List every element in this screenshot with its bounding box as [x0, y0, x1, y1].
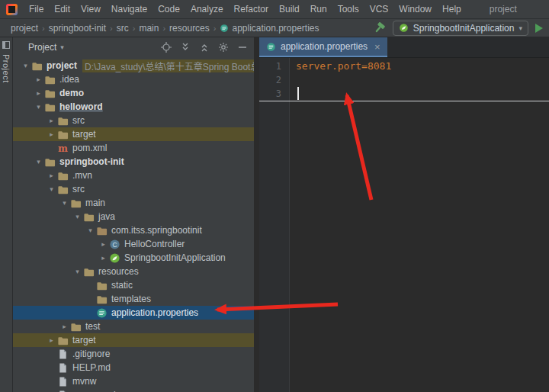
tree-item-main[interactable]: ▾main [13, 196, 254, 210]
window-title: project [490, 4, 517, 14]
menu-item-tools[interactable]: Tools [332, 0, 364, 19]
intellij-logo-icon[interactable] [6, 4, 18, 15]
menu-item-view[interactable]: View [75, 0, 106, 19]
menu-item-refactor[interactable]: Refactor [229, 0, 274, 19]
breadcrumb: project›springboot-init›src›main›resourc… [8, 23, 323, 34]
editor-area: application.properties × 123 server.port… [259, 37, 549, 392]
tree-item-springboot-init[interactable]: ▾springboot-init [13, 155, 254, 169]
menu-item-build[interactable]: Build [274, 0, 305, 19]
panel-splitter[interactable] [254, 37, 259, 392]
properties-file-icon [266, 42, 276, 52]
tree-item-target[interactable]: ▸target [13, 333, 254, 347]
project-panel-title[interactable]: Project [28, 42, 56, 53]
tree-item-label: mvnw [72, 376, 96, 387]
tree-item-label: pom.xml [72, 143, 107, 153]
tree-item-label: templates [111, 294, 151, 304]
tree-item-com-itss-springbootinit[interactable]: ▾com.itss.springbootinit [13, 223, 254, 237]
breadcrumb-separator: › [42, 24, 45, 33]
menu-item-code[interactable]: Code [152, 0, 185, 19]
chevron-expanded-icon[interactable]: ▾ [72, 213, 82, 220]
chevron-expanded-icon[interactable]: ▾ [47, 185, 56, 193]
chevron-expanded-icon[interactable]: ▾ [59, 199, 69, 207]
chevron-expanded-icon[interactable]: ▾ [21, 62, 30, 69]
spring-icon [108, 252, 120, 264]
tree-item-src[interactable]: ▾src [13, 182, 254, 196]
code-line: server.port=8081 [296, 59, 549, 73]
tree-item-target[interactable]: ▸target [13, 127, 254, 141]
tree-item-templates[interactable]: templates [13, 292, 254, 306]
chevron-collapsed-icon[interactable]: ▸ [98, 254, 108, 262]
breadcrumb-item-application-properties[interactable]: application.properties [217, 23, 322, 34]
editor-code[interactable]: server.port=8081 [290, 58, 549, 392]
locate-icon[interactable] [161, 42, 172, 53]
tree-item-label: springboot-init [59, 156, 124, 167]
menu-item-navigate[interactable]: Navigate [106, 0, 152, 19]
tab-application-properties[interactable]: application.properties × [259, 37, 387, 57]
tree-item-hellocontroller[interactable]: ▸CHelloController [13, 237, 254, 251]
tree-item-application-properties[interactable]: application.properties [13, 306, 254, 320]
collapse-all-icon[interactable] [199, 42, 210, 53]
close-tab-icon[interactable]: × [374, 42, 380, 52]
expand-all-icon[interactable] [180, 42, 191, 53]
chevron-collapsed-icon[interactable]: ▸ [47, 130, 56, 138]
breadcrumb-item-resources[interactable]: resources [166, 23, 213, 34]
tree-item-label: application.properties [111, 307, 198, 318]
tree-item-java[interactable]: ▾java [13, 210, 254, 223]
chevron-collapsed-icon[interactable]: ▸ [98, 240, 108, 248]
menu-item-analyze[interactable]: Analyze [185, 0, 229, 19]
tree-item-label: static [111, 280, 133, 291]
tree-item-label: project [47, 60, 77, 71]
tree-item-resources[interactable]: ▾resources [13, 265, 254, 278]
tree-item-test[interactable]: ▸test [13, 320, 254, 333]
tree-item-label: src [72, 184, 85, 194]
tree-item-label: com.itss.springbootinit [111, 225, 202, 236]
run-button[interactable] [535, 24, 543, 33]
hide-icon[interactable] [237, 42, 248, 53]
build-hammer-icon[interactable] [373, 21, 386, 34]
file-icon [56, 375, 69, 387]
chevron-expanded-icon[interactable]: ▾ [34, 158, 43, 165]
menu-item-file[interactable]: File [24, 0, 49, 19]
project-toolwindow-icon[interactable] [2, 41, 10, 49]
chevron-collapsed-icon[interactable]: ▸ [47, 172, 56, 179]
tree-item-mvnw-cmd[interactable]: mvnw.cmd [13, 388, 254, 392]
tree-item-helloword[interactable]: ▾helloword [13, 100, 254, 114]
tree-item-springbootinitapplication[interactable]: ▸SpringbootInitApplication [13, 251, 254, 265]
menu-item-help[interactable]: Help [437, 0, 467, 19]
breadcrumb-item-project[interactable]: project [8, 23, 41, 34]
folder-icon [30, 59, 43, 72]
tree-item--mvn[interactable]: ▸.mvn [13, 169, 254, 182]
tree-item-path: D:\Java_study\总结\第十五章Spring Boot总结\ [82, 59, 254, 72]
breadcrumb-item-main[interactable]: main [136, 23, 162, 34]
menu-item-vcs[interactable]: VCS [364, 0, 394, 19]
breadcrumb-item-src[interactable]: src [114, 23, 132, 34]
chevron-collapsed-icon[interactable]: ▸ [47, 336, 56, 344]
chevron-expanded-icon[interactable]: ▾ [72, 268, 82, 275]
chevron-expanded-icon[interactable]: ▾ [85, 227, 95, 234]
tree-item--gitignore[interactable]: .gitignore [13, 347, 254, 361]
tree-item-src[interactable]: ▸src [13, 114, 254, 127]
tree-item-pom-xml[interactable]: mpom.xml [13, 141, 254, 155]
tree-item-demo[interactable]: ▸demo [13, 86, 254, 100]
menu-item-edit[interactable]: Edit [49, 0, 75, 19]
tree-item--idea[interactable]: ▸.idea [13, 72, 254, 86]
chevron-collapsed-icon[interactable]: ▸ [34, 76, 43, 83]
tree-item-project[interactable]: ▾projectD:\Java_study\总结\第十五章Spring Boot… [13, 59, 254, 72]
folder-icon [56, 169, 69, 182]
breadcrumb-item-springboot-init[interactable]: springboot-init [46, 23, 109, 34]
run-config-selector[interactable]: SpringbootInitApplication ▾ [393, 21, 528, 36]
tree-item-help-md[interactable]: HELP.md [13, 361, 254, 374]
settings-icon[interactable] [218, 42, 229, 53]
chevron-collapsed-icon[interactable]: ▸ [34, 89, 43, 97]
menu-item-run[interactable]: Run [305, 0, 332, 19]
code-editor[interactable]: 123 server.port=8081 [259, 58, 549, 392]
tree-item-static[interactable]: static [13, 278, 254, 292]
chevron-collapsed-icon[interactable]: ▸ [47, 117, 56, 124]
chevron-down-icon[interactable]: ▾ [60, 43, 64, 51]
chevron-collapsed-icon[interactable]: ▸ [59, 323, 69, 330]
tree-item-mvnw[interactable]: mvnw [13, 374, 254, 388]
menu-item-window[interactable]: Window [393, 0, 437, 19]
tree-item-label: java [98, 211, 115, 222]
chevron-expanded-icon[interactable]: ▾ [34, 103, 43, 111]
tool-strip-project-label[interactable]: Project [2, 54, 11, 83]
